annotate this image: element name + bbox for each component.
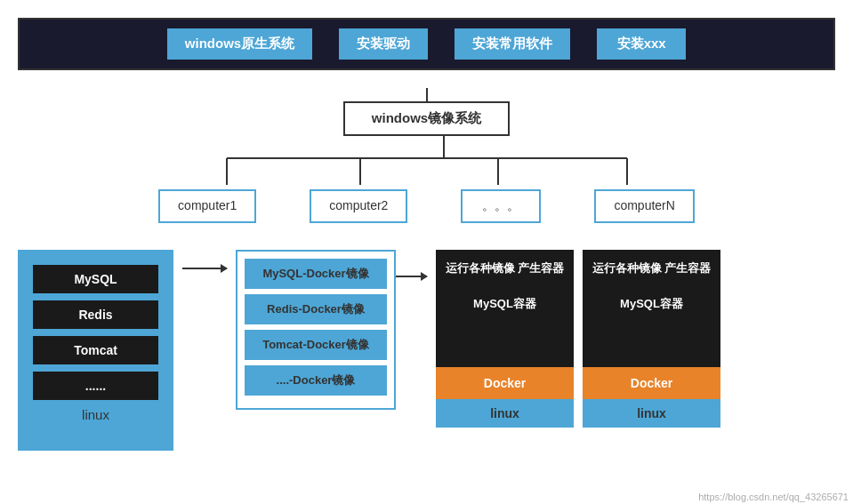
tree-lines-svg	[18, 136, 835, 189]
container-box-1: 运行各种镜像 产生容器 MySQL容器 Docker linux	[436, 250, 574, 428]
diagram-wrapper: windows原生系统 安装驱动 安装常用软件 安装xxx windows镜像系…	[0, 0, 853, 504]
container-box-2: 运行各种镜像 产生容器 MySQL容器 Docker linux	[583, 250, 720, 428]
computer-box-dots: 。。。	[461, 189, 541, 223]
windows-image-box: windows镜像系统	[343, 101, 510, 136]
service-tomcat: Tomcat	[33, 336, 158, 364]
container-linux-2: linux	[583, 399, 720, 428]
watermark: https://blog.csdn.net/qq_43265671	[698, 492, 849, 502]
top-row: windows原生系统 安装驱动 安装常用软件 安装xxx	[18, 18, 835, 70]
container-linux-1: linux	[436, 399, 574, 428]
container-header-2: 运行各种镜像 产生容器	[583, 250, 720, 287]
computer-box-1: computer1	[158, 189, 256, 223]
computer-box-2: computer2	[310, 189, 407, 223]
top-box-install-driver: 安装驱动	[339, 28, 428, 60]
docker-images-col: MySQL-Docker镜像 Redis-Docker镜像 Tomcat-Doc…	[236, 250, 396, 410]
bottom-section: MySQL Redis Tomcat ...... linux MySQL-Do…	[18, 250, 835, 451]
section-arrow-line	[396, 276, 427, 277]
container-header-1: 运行各种镜像 产生容器	[436, 250, 574, 287]
linux-label: linux	[33, 407, 158, 422]
top-box-windows-native: windows原生系统	[167, 28, 312, 60]
container-mysql-2: MySQL容器	[583, 287, 720, 367]
top-box-install-common: 安装常用软件	[455, 28, 570, 60]
linux-to-docker-arrow	[173, 268, 236, 269]
top-box-install-xxx: 安装xxx	[597, 28, 686, 60]
service-mysql: MySQL	[33, 265, 158, 293]
service-redis: Redis	[33, 300, 158, 329]
windows-image-connector: windows镜像系统	[18, 88, 835, 136]
docker-to-containers-arrow	[396, 263, 427, 290]
computer-box-n: computerN	[594, 189, 694, 223]
docker-image-dots: ....-Docker镜像	[245, 365, 387, 396]
linux-box: MySQL Redis Tomcat ...... linux	[18, 250, 173, 451]
top-section: windows原生系统 安装驱动 安装常用软件 安装xxx windows镜像系…	[18, 18, 835, 223]
docker-image-mysql: MySQL-Docker镜像	[245, 259, 387, 289]
computer-row: computer1 computer2 。。。 computerN	[18, 189, 835, 223]
docker-image-redis: Redis-Docker镜像	[245, 294, 387, 324]
container-mysql-1: MySQL容器	[436, 287, 574, 367]
container-docker-2: Docker	[583, 367, 720, 399]
tree-svg-container	[18, 136, 835, 189]
arrow-line	[182, 268, 227, 269]
docker-image-tomcat: Tomcat-Docker镜像	[245, 330, 387, 360]
containers-section: 运行各种镜像 产生容器 MySQL容器 Docker linux 运行各种镜像 …	[436, 250, 720, 428]
container-docker-1: Docker	[436, 367, 574, 399]
service-dots: ......	[33, 372, 158, 400]
